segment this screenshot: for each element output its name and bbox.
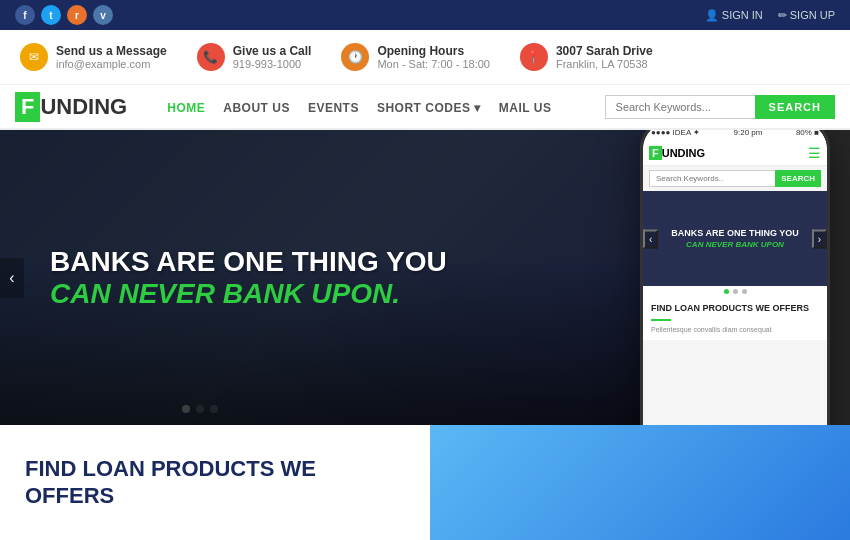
top-auth: 👤 SIGN IN ✏ SIGN UP — [705, 9, 835, 22]
phone-hero-next[interactable]: › — [812, 229, 827, 248]
social-icons: f t r v — [15, 5, 113, 25]
signup-icon: ✏ — [778, 9, 787, 22]
logo[interactable]: F UNDING — [15, 92, 127, 122]
email-info: ✉ Send us a Message info@example.com — [20, 43, 167, 71]
hours-info: 🕐 Opening Hours Mon - Sat: 7:00 - 18:00 — [341, 43, 490, 71]
phone-dot-2[interactable] — [733, 289, 738, 294]
phone-battery: 80% ■ — [796, 130, 819, 137]
hero-content: BANKS ARE ONE THING YOU CAN NEVER BANK U… — [50, 245, 447, 311]
phone-search-input[interactable] — [649, 170, 775, 187]
phone-search-button[interactable]: SEARCH — [775, 170, 821, 187]
phone-hero-title: BANKS ARE ONE THING YOU — [671, 228, 799, 240]
email-text: Send us a Message info@example.com — [56, 44, 167, 70]
search-button[interactable]: SEARCH — [755, 95, 835, 119]
search-bar: SEARCH — [605, 95, 835, 119]
nav-about[interactable]: ABOUT US — [223, 98, 290, 116]
email-icon: ✉ — [20, 43, 48, 71]
phone-hero-prev[interactable]: ‹ — [643, 229, 658, 248]
signin-link[interactable]: 👤 SIGN IN — [705, 9, 763, 22]
phone-section-text: Pellentesque convallis diam consequat — [651, 325, 819, 335]
phone-content-section: FIND LOAN PRODUCTS WE OFFERS Pellentesqu… — [643, 297, 827, 340]
phone-logo: F UNDING — [649, 146, 705, 160]
hero-title: BANKS ARE ONE THING YOU — [50, 245, 447, 279]
phone-hero-subtitle: CAN NEVER BANK UPON — [671, 240, 799, 249]
info-bar: ✉ Send us a Message info@example.com 📞 G… — [0, 30, 850, 85]
bottom-right — [430, 425, 850, 540]
phone-dot-1[interactable] — [724, 289, 729, 294]
rss-icon[interactable]: r — [67, 5, 87, 25]
phone-carrier: ●●●● IDEA ✦ — [651, 130, 700, 137]
bottom-title: FIND LOAN PRODUCTS WE OFFERS — [25, 456, 405, 509]
phone-nav: F UNDING ☰ — [643, 141, 827, 166]
address-text: 3007 Sarah Drive Franklin, LA 70538 — [556, 44, 653, 70]
twitter-icon[interactable]: t — [41, 5, 61, 25]
phone-mockup: ●●●● IDEA ✦ 9:20 pm 80% ■ F UNDING ☰ SEA… — [640, 130, 830, 425]
hero-prev-button[interactable]: ‹ — [0, 258, 24, 298]
bottom-left: FIND LOAN PRODUCTS WE OFFERS — [0, 425, 430, 540]
signup-link[interactable]: ✏ SIGN UP — [778, 9, 835, 22]
logo-text: UNDING — [40, 94, 127, 120]
nav-shortcodes[interactable]: SHORT CODES ▾ — [377, 98, 481, 116]
phone-menu-icon[interactable]: ☰ — [808, 145, 821, 161]
phone-time: 9:20 pm — [734, 130, 763, 137]
nav-home[interactable]: HOME — [167, 98, 205, 116]
logo-f: F — [15, 92, 40, 122]
phone-icon: 📞 — [197, 43, 225, 71]
phone-hero: BANKS ARE ONE THING YOU CAN NEVER BANK U… — [643, 191, 827, 286]
hero-subtitle: CAN NEVER BANK UPON. — [50, 278, 447, 310]
phone-section-underline — [651, 319, 671, 321]
nav-bar: F UNDING HOME ABOUT US EVENTS SHORT CODE… — [0, 85, 850, 130]
vk-icon[interactable]: v — [93, 5, 113, 25]
search-input[interactable] — [605, 95, 755, 119]
location-icon: 📍 — [520, 43, 548, 71]
signin-icon: 👤 — [705, 9, 719, 22]
nav-mail[interactable]: MAIL US — [499, 98, 552, 116]
bottom-section: FIND LOAN PRODUCTS WE OFFERS — [0, 425, 850, 540]
phone-text: Give us a Call 919-993-1000 — [233, 44, 312, 70]
top-bar: f t r v 👤 SIGN IN ✏ SIGN UP — [0, 0, 850, 30]
address-info: 📍 3007 Sarah Drive Franklin, LA 70538 — [520, 43, 653, 71]
phone-dots — [643, 286, 827, 297]
phone-screen: ●●●● IDEA ✦ 9:20 pm 80% ■ F UNDING ☰ SEA… — [643, 130, 827, 425]
phone-status-bar: ●●●● IDEA ✦ 9:20 pm 80% ■ — [643, 130, 827, 141]
hero-section: ‹ BANKS ARE ONE THING YOU CAN NEVER BANK… — [0, 130, 850, 425]
phone-dot-3[interactable] — [742, 289, 747, 294]
clock-icon: 🕐 — [341, 43, 369, 71]
hours-text: Opening Hours Mon - Sat: 7:00 - 18:00 — [377, 44, 490, 70]
nav-links: HOME ABOUT US EVENTS SHORT CODES ▾ MAIL … — [167, 98, 584, 116]
phone-section-title: FIND LOAN PRODUCTS WE OFFERS — [651, 303, 819, 315]
phone-info: 📞 Give us a Call 919-993-1000 — [197, 43, 312, 71]
nav-events[interactable]: EVENTS — [308, 98, 359, 116]
phone-search: SEARCH — [649, 170, 821, 187]
facebook-icon[interactable]: f — [15, 5, 35, 25]
